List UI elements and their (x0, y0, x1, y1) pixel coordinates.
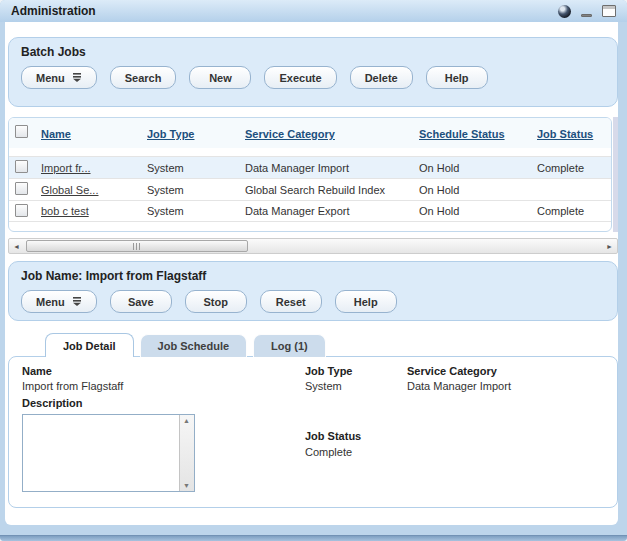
column-header-status-cell: Job Status (537, 124, 611, 142)
row-checkbox[interactable] (15, 160, 28, 173)
service-category-cell: Data Manager Import (245, 162, 419, 174)
select-all-checkbox[interactable] (15, 125, 28, 138)
scroll-left-icon[interactable]: ◄ (13, 241, 20, 252)
new-button[interactable]: New (189, 66, 251, 89)
description-label: Description (22, 397, 83, 409)
job-name-link[interactable]: Import fr... (41, 162, 91, 174)
job-panel-title: Job Name: Import from Flagstaff (21, 269, 605, 283)
row-checkbox[interactable] (15, 204, 28, 217)
job-name-link[interactable]: bob c test (41, 205, 89, 217)
reset-button[interactable]: Reset (260, 290, 322, 313)
delete-button[interactable]: Delete (350, 66, 413, 89)
description-textarea[interactable]: ▲ ▼ (22, 414, 195, 492)
window-title: Administration (11, 4, 96, 18)
horizontal-scrollbar[interactable]: ◄ ► (8, 238, 618, 254)
table-row[interactable]: Global Se... System Global Search Rebuil… (9, 178, 611, 200)
schedule-status-cell: On Hold (419, 162, 537, 174)
column-header-job-status[interactable]: Job Status (537, 128, 593, 140)
row-checkbox-cell (15, 204, 41, 219)
column-header-jobtype-cell: Job Type (147, 124, 245, 142)
column-header-name[interactable]: Name (41, 128, 71, 140)
scroll-down-icon[interactable]: ▼ (183, 482, 190, 489)
job-status-value: Complete (305, 446, 352, 458)
job-help-button[interactable]: Help (335, 290, 397, 313)
name-value: Import from Flagstaff (22, 380, 123, 392)
row-checkbox[interactable] (15, 182, 28, 195)
job-panel-toolbar: Menu Save Stop Reset Help (21, 290, 605, 313)
job-detail-panel: Name Import from Flagstaff Description ▲… (8, 356, 618, 508)
header-checkbox-cell (15, 124, 41, 142)
menu-dropdown-icon (72, 73, 82, 82)
table-row[interactable]: Import fr... System Data Manager Import … (9, 156, 611, 178)
help-button[interactable]: Help (426, 66, 488, 89)
job-name-link[interactable]: Global Se... (41, 184, 98, 196)
column-header-name-cell: Name (41, 124, 147, 142)
table-right-strip (613, 117, 618, 232)
job-type-cell: System (147, 184, 245, 196)
service-category-label: Service Category (407, 365, 497, 377)
minimize-icon[interactable] (581, 14, 592, 17)
row-name-cell: bob c test (41, 205, 147, 217)
job-menu-button-label: Menu (36, 296, 65, 308)
titlebar: Administration (0, 0, 627, 22)
job-type-label: Job Type (305, 365, 352, 377)
job-status-cell: Complete (537, 205, 611, 217)
maximize-icon[interactable] (602, 5, 616, 17)
menu-dropdown-icon (72, 297, 82, 306)
batch-jobs-panel: Batch Jobs Menu Search New Execute Delet… (8, 37, 618, 107)
row-name-cell: Import fr... (41, 162, 147, 174)
job-status-label: Job Status (305, 430, 361, 442)
service-category-cell: Global Search Rebuild Index (245, 184, 419, 196)
tab-job-schedule[interactable]: Job Schedule (140, 334, 248, 357)
job-menu-button[interactable]: Menu (21, 290, 97, 313)
name-label: Name (22, 365, 52, 377)
stop-button[interactable]: Stop (185, 290, 247, 313)
schedule-status-cell: On Hold (419, 184, 537, 196)
scrollbar-thumb[interactable] (26, 240, 248, 252)
column-header-service-category[interactable]: Service Category (245, 128, 335, 140)
window-controls (558, 5, 616, 18)
tab-log[interactable]: Log (1) (253, 334, 326, 357)
window-bottom-frame (0, 535, 627, 541)
job-type-cell: System (147, 205, 245, 217)
scroll-right-icon[interactable]: ► (606, 241, 613, 252)
column-header-job-type[interactable]: Job Type (147, 128, 194, 140)
service-category-cell: Data Manager Export (245, 205, 419, 217)
batch-menu-button-label: Menu (36, 72, 65, 84)
job-status-cell: Complete (537, 162, 611, 174)
jobs-table: Name Job Type Service Category Schedule … (8, 117, 612, 232)
scrollbar-grip-icon (133, 243, 142, 250)
save-button[interactable]: Save (110, 290, 172, 313)
administration-window: Administration Batch Jobs Menu Search (0, 0, 627, 541)
description-text (25, 417, 177, 489)
table-row[interactable]: bob c test System Data Manager Export On… (9, 200, 611, 222)
column-header-category-cell: Service Category (245, 124, 419, 142)
job-panel: Job Name: Import from Flagstaff Menu Sav… (8, 261, 618, 321)
job-type-cell: System (147, 162, 245, 174)
schedule-status-cell: On Hold (419, 205, 537, 217)
window-content: Batch Jobs Menu Search New Execute Delet… (5, 22, 618, 525)
execute-button[interactable]: Execute (264, 66, 336, 89)
column-header-schedule-cell: Schedule Status (419, 124, 537, 142)
tab-job-detail[interactable]: Job Detail (45, 333, 134, 357)
scroll-up-icon[interactable]: ▲ (183, 417, 190, 424)
description-vertical-scrollbar[interactable]: ▲ ▼ (179, 415, 194, 491)
batch-jobs-toolbar: Menu Search New Execute Delete Help (21, 66, 605, 89)
job-type-value: System (305, 380, 342, 392)
tab-bar: Job Detail Job Schedule Log (1) (45, 333, 326, 357)
table-header-row: Name Job Type Service Category Schedule … (9, 118, 611, 148)
column-header-schedule-status[interactable]: Schedule Status (419, 128, 505, 140)
row-name-cell: Global Se... (41, 184, 147, 196)
service-category-value: Data Manager Import (407, 380, 511, 392)
row-checkbox-cell (15, 160, 41, 175)
search-button[interactable]: Search (110, 66, 177, 89)
table-header-spacer (9, 148, 611, 156)
refresh-icon[interactable] (558, 5, 571, 18)
batch-jobs-title: Batch Jobs (21, 45, 605, 59)
batch-menu-button[interactable]: Menu (21, 66, 97, 89)
row-checkbox-cell (15, 182, 41, 197)
